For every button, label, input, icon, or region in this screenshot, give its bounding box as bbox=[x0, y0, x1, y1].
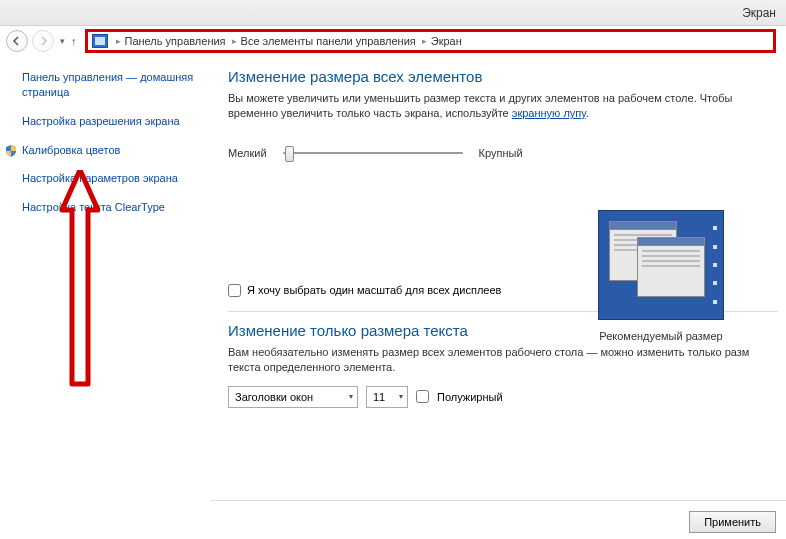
nav-row: ▾ ↑ ▸ Панель управления ▸ Все элементы п… bbox=[0, 26, 786, 56]
history-dropdown-icon[interactable]: ▾ bbox=[60, 36, 65, 46]
size-slider-row: Мелкий Крупный bbox=[228, 144, 778, 162]
size-slider[interactable] bbox=[283, 144, 463, 162]
bold-label: Полужирный bbox=[437, 391, 503, 403]
magnifier-link[interactable]: экранную лупу bbox=[512, 107, 586, 119]
monitor-preview-icon bbox=[598, 210, 724, 320]
slider-min-label: Мелкий bbox=[228, 147, 267, 159]
arrow-right-icon bbox=[38, 36, 48, 46]
sidebar-cleartype[interactable]: Настройка текста ClearType bbox=[22, 200, 202, 215]
forward-button[interactable] bbox=[32, 30, 54, 52]
preview-window-icon bbox=[637, 237, 705, 297]
titlebar: Экран bbox=[0, 0, 786, 26]
desc-text-only: Вам необязательно изменять размер всех э… bbox=[228, 345, 778, 376]
sidebar-params[interactable]: Настройка параметров экрана bbox=[22, 171, 202, 186]
back-button[interactable] bbox=[6, 30, 28, 52]
chevron-right-icon: ▸ bbox=[232, 36, 237, 46]
element-select-value: Заголовки окон bbox=[235, 391, 313, 403]
desc-resize-all: Вы можете увеличить или уменьшить размер… bbox=[228, 91, 778, 122]
control-panel-icon bbox=[92, 34, 108, 48]
size-select-value: 11 bbox=[373, 391, 385, 403]
element-select[interactable]: Заголовки окон ▾ bbox=[228, 386, 358, 408]
slider-track bbox=[283, 152, 463, 154]
chevron-right-icon: ▸ bbox=[116, 36, 121, 46]
main-content: Изменение размера всех элементов Вы може… bbox=[210, 56, 786, 539]
apply-button[interactable]: Применить bbox=[689, 511, 776, 533]
heading-resize-all: Изменение размера всех элементов bbox=[228, 68, 778, 85]
up-button[interactable]: ↑ bbox=[71, 35, 77, 47]
bold-checkbox[interactable] bbox=[416, 390, 429, 403]
arrow-left-icon bbox=[12, 36, 22, 46]
sidebar-resolution[interactable]: Настройка разрешения экрана bbox=[22, 114, 202, 129]
single-scale-label: Я хочу выбрать один масштаб для всех дис… bbox=[247, 284, 501, 296]
chevron-right-icon: ▸ bbox=[422, 36, 427, 46]
crumb-control-panel[interactable]: Панель управления bbox=[125, 35, 226, 47]
crumb-all-items[interactable]: Все элементы панели управления bbox=[241, 35, 416, 47]
single-scale-checkbox[interactable] bbox=[228, 284, 241, 297]
preview-caption: Рекомендуемый размер bbox=[586, 330, 736, 342]
sidebar: Панель управления — домашняя страница На… bbox=[0, 56, 210, 539]
slider-max-label: Крупный bbox=[479, 147, 523, 159]
size-select[interactable]: 11 ▾ bbox=[366, 386, 408, 408]
sidebar-home[interactable]: Панель управления — домашняя страница bbox=[22, 70, 202, 100]
sidebar-calibration[interactable]: Калибровка цветов bbox=[22, 143, 202, 158]
chevron-down-icon: ▾ bbox=[349, 392, 353, 401]
window-title: Экран bbox=[742, 6, 776, 20]
preview-panel: Рекомендуемый размер bbox=[586, 210, 736, 342]
breadcrumb: ▸ Панель управления ▸ Все элементы панел… bbox=[85, 29, 777, 53]
chevron-down-icon: ▾ bbox=[399, 392, 403, 401]
shield-icon bbox=[4, 144, 18, 158]
slider-thumb[interactable] bbox=[285, 146, 294, 162]
crumb-display[interactable]: Экран bbox=[431, 35, 462, 47]
divider bbox=[210, 500, 786, 501]
